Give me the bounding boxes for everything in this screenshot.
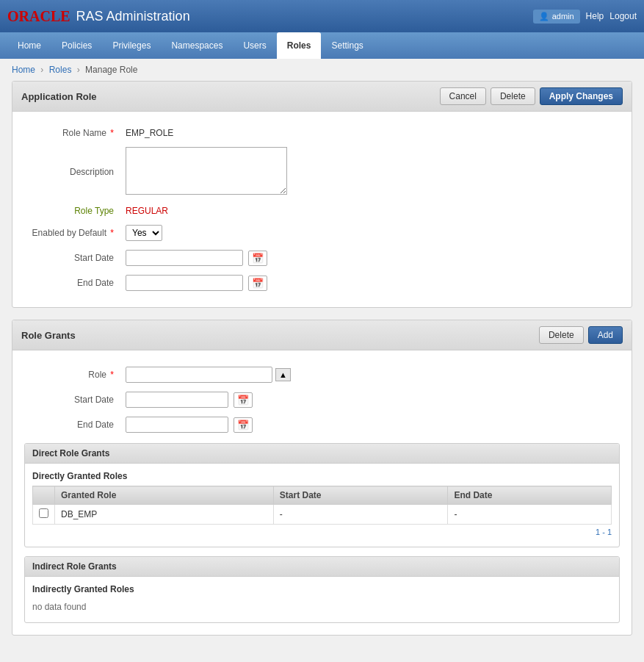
role-name-row: Role Name * EMP_ROLE [24,123,620,143]
nav-tab-settings[interactable]: Settings [321,32,373,59]
application-role-form: Role Name * EMP_ROLE Description Role Ty… [24,123,620,295]
direct-role-grants-body: Directly Granted Roles Granted Role Star… [25,464,619,547]
role-grants-delete-button[interactable]: Delete [539,326,584,344]
role-grants-body: Role * ▲ Start [12,350,632,635]
end-date-label: End Date [24,270,120,295]
application-role-buttons: Cancel Delete Apply Changes [440,87,623,105]
breadcrumb-current: Manage Role [85,65,137,75]
granted-role-cell: DB_EMP [55,505,274,525]
breadcrumb-home[interactable]: Home [12,65,35,75]
enabled-row: Enabled by Default * Yes No [24,220,620,245]
indirect-role-grants-header: Indirect Role Grants [25,557,619,577]
description-cell [120,143,620,201]
application-role-title: Application Role [21,91,97,102]
grant-role-row: Role * ▲ [24,362,620,387]
role-grants-header: Role Grants Delete Add [12,320,632,350]
grant-role-cell: ▲ [120,362,620,387]
grant-end-date-cell: 📅 [120,412,620,437]
user-badge: 👤 admin [533,10,580,24]
grant-role-label: Role * [24,362,120,387]
direct-role-grants-header: Direct Role Grants [25,444,619,464]
logout-link[interactable]: Logout [609,11,637,21]
username: admin [552,12,574,21]
grant-start-date-label: Start Date [24,387,120,412]
apply-changes-button[interactable]: Apply Changes [540,87,623,105]
nav-tab-policies[interactable]: Policies [51,32,102,59]
role-grants-title: Role Grants [21,330,76,341]
description-row: Description [24,143,620,201]
role-grants-panel: Role Grants Delete Add Role * [12,320,632,636]
oracle-logo: ORACLE [7,8,70,25]
enabled-select[interactable]: Yes No [126,225,162,241]
grant-end-date-row: End Date 📅 [24,412,620,437]
description-label: Description [24,143,120,201]
nav-tab-privileges[interactable]: Privileges [102,32,161,59]
breadcrumb-roles[interactable]: Roles [49,65,72,75]
cancel-button[interactable]: Cancel [440,87,486,105]
role-type-label: Role Type [24,201,120,220]
role-lookup-button[interactable]: ▲ [275,368,291,381]
calendar-icon: 📅 [252,253,264,264]
role-name-value: EMP_ROLE [120,123,620,143]
row-checkbox[interactable] [39,508,48,518]
end-date-input[interactable] [126,275,243,291]
calendar-icon-3: 📅 [237,395,249,406]
header: ORACLE RAS Administration 👤 admin Help L… [0,0,644,32]
nav-tab-namespaces[interactable]: Namespaces [161,32,233,59]
row-start-date-cell: - [273,505,448,525]
indirect-role-grants-section: Indirect Role Grants Indirectly Granted … [24,556,620,623]
table-row: DB_EMP - - [33,505,612,525]
no-data-text: no data found [32,599,612,615]
logo-area: ORACLE RAS Administration [7,8,533,25]
start-date-cell: 📅 [120,245,620,270]
header-actions: 👤 admin Help Logout [533,10,637,24]
enabled-cell: Yes No [120,220,620,245]
direct-role-grants-section: Direct Role Grants Directly Granted Role… [24,443,620,547]
start-date-label: Start Date [24,245,120,270]
indirect-role-grants-body: Indirectly Granted Roles no data found [25,577,619,622]
directly-granted-title: Directly Granted Roles [32,471,612,481]
application-role-panel: Application Role Cancel Delete Apply Cha… [12,81,632,308]
description-input[interactable] [126,147,287,195]
start-date-input[interactable] [126,250,243,266]
main-content: Application Role Cancel Delete Apply Cha… [0,81,644,659]
help-link[interactable]: Help [586,11,604,21]
nav-tab-roles[interactable]: Roles [277,32,322,59]
grant-end-date-label: End Date [24,412,120,437]
nav-tab-home[interactable]: Home [7,32,51,59]
grant-start-date-cell: 📅 [120,387,620,412]
start-date-calendar-button[interactable]: 📅 [248,251,267,266]
end-date-calendar-button[interactable]: 📅 [248,276,267,291]
grant-end-date-input[interactable] [126,417,228,433]
grant-end-cal-button[interactable]: 📅 [234,417,253,433]
direct-grants-thead: Granted Role Start Date End Date [33,486,612,505]
role-type-value: REGULAR [120,201,620,220]
enabled-label: Enabled by Default * [24,220,120,245]
role-grants-buttons: Delete Add [539,326,623,344]
start-date-row: Start Date 📅 [24,245,620,270]
indirectly-granted-title: Indirectly Granted Roles [32,584,612,594]
col-start-date: Start Date [273,486,448,505]
app-title: RAS Administration [76,9,190,24]
calendar-icon-4: 📅 [237,420,249,431]
grant-role-input[interactable] [126,367,272,383]
col-checkbox [33,486,55,505]
role-name-label: Role Name * [24,123,120,143]
nav-tab-users[interactable]: Users [233,32,276,59]
grant-start-cal-button[interactable]: 📅 [234,392,253,408]
delete-button[interactable]: Delete [491,87,535,105]
direct-grants-tbody: DB_EMP - - [33,505,612,525]
end-date-row: End Date 📅 [24,270,620,295]
row-checkbox-cell [33,505,55,525]
direct-grants-table: Granted Role Start Date End Date [32,486,612,525]
application-role-header: Application Role Cancel Delete Apply Cha… [12,82,632,112]
col-granted-role: Granted Role [55,486,274,505]
grant-start-date-input[interactable] [126,392,228,408]
application-role-body: Role Name * EMP_ROLE Description Role Ty… [12,112,632,307]
nav-bar: Home Policies Privileges Namespaces User… [0,32,644,59]
user-icon: 👤 [539,12,549,21]
role-grants-add-button[interactable]: Add [588,326,623,344]
grant-start-date-row: Start Date 📅 [24,387,620,412]
row-end-date-cell: - [448,505,612,525]
pagination: 1 - 1 [32,525,612,539]
